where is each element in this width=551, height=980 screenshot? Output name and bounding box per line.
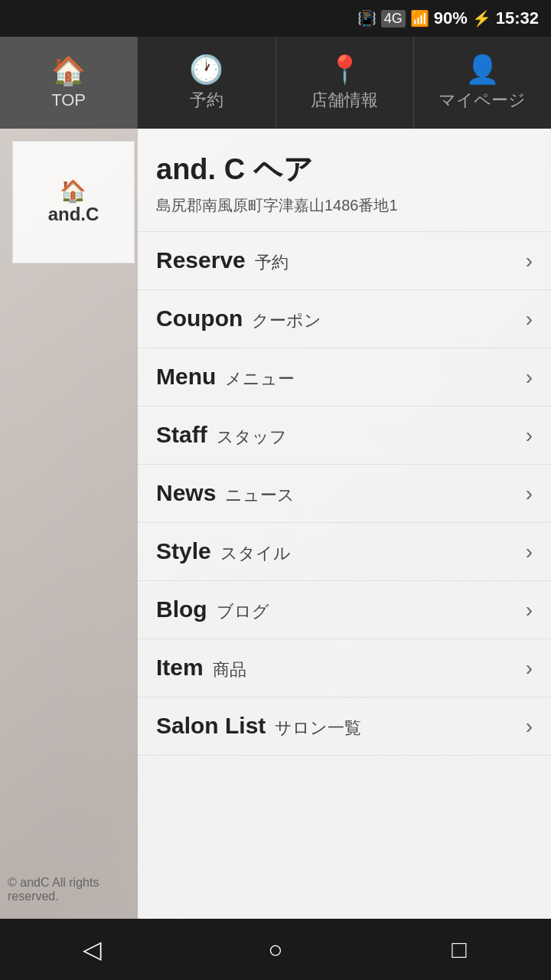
tab-top[interactable]: 🏠 TOP: [0, 37, 138, 129]
chevron-icon-coupon: ›: [526, 307, 533, 332]
menu-item-item[interactable]: Item 商品 ›: [138, 639, 551, 697]
menu-list: Reserve 予約 › Coupon クーポン › Menu メニュー ›: [138, 232, 551, 919]
chevron-icon-staff: ›: [526, 423, 533, 448]
tab-reservation-icon: 🕐: [189, 54, 223, 86]
signal-icon: 📶: [410, 9, 429, 28]
menu-item-news-label: News ニュース: [156, 480, 295, 507]
network-type-badge: 4G: [381, 10, 406, 28]
bottom-bar: ◁ ○ □: [0, 919, 551, 980]
menu-item-news[interactable]: News ニュース ›: [138, 465, 551, 523]
tab-bar: 🏠 TOP 🕐 予約 📍 店舗情報 👤 マイページ: [0, 37, 551, 129]
right-panel: and. C ヘア 島尻郡南風原町字津嘉山1486番地1 Reserve 予約 …: [138, 129, 551, 919]
tab-my-page-label: マイページ: [439, 89, 526, 112]
tab-shop-info[interactable]: 📍 店舗情報: [276, 37, 414, 129]
chevron-icon-salon-list: ›: [526, 714, 533, 739]
logo-box[interactable]: 🏠 and.C: [12, 141, 135, 263]
battery-percent: 90%: [434, 8, 468, 28]
tab-shop-info-icon: 📍: [328, 54, 362, 86]
battery-icon: ⚡: [472, 9, 491, 28]
logo: 🏠 and.C: [48, 178, 99, 226]
menu-item-blog[interactable]: Blog ブログ ›: [138, 581, 551, 639]
back-button[interactable]: ◁: [61, 919, 122, 980]
chevron-icon-blog: ›: [526, 598, 533, 622]
menu-item-staff[interactable]: Staff スタッフ ›: [138, 407, 551, 465]
menu-item-staff-label: Staff スタッフ: [156, 422, 287, 449]
chevron-icon-reserve: ›: [526, 249, 533, 273]
tab-reservation[interactable]: 🕐 予約: [138, 37, 276, 129]
chevron-icon-news: ›: [526, 482, 533, 506]
status-icons: 📳 4G 📶 90% ⚡ 15:32: [357, 8, 539, 28]
tab-top-label: TOP: [51, 90, 86, 110]
menu-item-coupon-label: Coupon クーポン: [156, 305, 321, 332]
chevron-icon-style: ›: [526, 540, 533, 564]
menu-item-salon-list[interactable]: Salon List サロン一覧 ›: [138, 697, 551, 756]
menu-item-reserve-label: Reserve 予約: [156, 247, 289, 274]
shop-address: 島尻郡南風原町字津嘉山1486番地1: [156, 195, 533, 216]
clock: 15:32: [496, 8, 539, 28]
menu-item-coupon[interactable]: Coupon クーポン ›: [138, 290, 551, 348]
menu-item-blog-label: Blog ブログ: [156, 596, 269, 623]
menu-item-menu[interactable]: Menu メニュー ›: [138, 348, 551, 407]
chevron-icon-menu: ›: [526, 365, 533, 390]
home-button[interactable]: ○: [245, 919, 306, 980]
recent-apps-button[interactable]: □: [429, 919, 490, 980]
vibrate-icon: 📳: [357, 9, 377, 28]
status-bar: 📳 4G 📶 90% ⚡ 15:32: [0, 0, 551, 37]
sidebar: 🏠 and.C © andC All rights reserved.: [0, 129, 138, 919]
shop-name: and. C ヘア: [156, 150, 533, 189]
chevron-icon-item: ›: [526, 656, 533, 681]
menu-item-item-label: Item 商品: [156, 655, 246, 681]
menu-item-style-label: Style スタイル: [156, 538, 291, 565]
tab-top-icon: 🏠: [51, 55, 86, 87]
menu-item-style[interactable]: Style スタイル ›: [138, 523, 551, 581]
tab-reservation-label: 予約: [190, 89, 223, 112]
menu-item-reserve[interactable]: Reserve 予約 ›: [138, 232, 551, 290]
copyright: © andC All rights reserved.: [8, 876, 138, 903]
tab-my-page[interactable]: 👤 マイページ: [414, 37, 551, 129]
menu-item-menu-label: Menu メニュー: [156, 364, 295, 390]
tab-my-page-icon: 👤: [465, 54, 500, 86]
shop-header: and. C ヘア 島尻郡南風原町字津嘉山1486番地1: [138, 129, 551, 232]
main-content: 🏠 and.C © andC All rights reserved. and.…: [0, 129, 551, 919]
menu-item-salon-list-label: Salon List サロン一覧: [156, 713, 361, 740]
tab-shop-info-label: 店舗情報: [311, 89, 378, 112]
